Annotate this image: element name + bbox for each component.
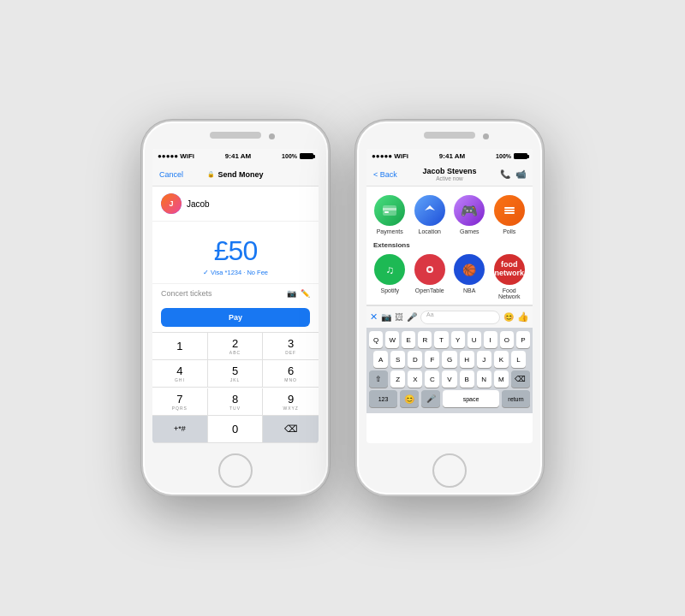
call-icons: 📞 📹: [500, 169, 526, 179]
key-i[interactable]: I: [484, 331, 497, 348]
opentable-svg: [424, 264, 436, 275]
like-toolbar-icon[interactable]: 👍: [517, 311, 529, 323]
key-b[interactable]: B: [460, 370, 474, 388]
key-p[interactable]: P: [516, 331, 530, 348]
app-spotify[interactable]: ♫ Spotify: [373, 254, 407, 299]
key-4[interactable]: 4 GHI: [152, 360, 208, 388]
amount-visa-text: ✓ Visa *1234 · No Fee: [203, 269, 268, 276]
key-t[interactable]: T: [434, 331, 448, 348]
edit-note-icon: ✏️: [301, 289, 310, 298]
location-svg: [423, 204, 437, 217]
key-e[interactable]: E: [402, 331, 415, 348]
key-m[interactable]: M: [494, 370, 509, 388]
key-2[interactable]: 2 ABC: [208, 333, 264, 360]
main-apps-row: Payments Location 🎮 Games: [373, 195, 526, 234]
phones-container: ●●●●● WiFi 9:41 AM 100% Cancel 🔒 Send Mo…: [141, 120, 544, 496]
key-h[interactable]: H: [460, 351, 474, 368]
app-nba[interactable]: 🏀 NBA: [453, 254, 486, 299]
close-x-icon[interactable]: ✕: [370, 311, 378, 323]
phone-call-icon[interactable]: 📞: [500, 169, 510, 179]
key-8[interactable]: 8 TUV: [208, 388, 264, 416]
key-c[interactable]: C: [425, 370, 439, 388]
lock-icon: 🔒: [207, 171, 215, 178]
key-9[interactable]: 9 WXYZ: [263, 388, 319, 416]
camera-dot-2: [483, 133, 489, 139]
key-s[interactable]: S: [390, 351, 405, 368]
app-payments[interactable]: Payments: [373, 195, 407, 234]
key-emoji[interactable]: 😊: [400, 390, 419, 407]
svg-rect-4: [504, 210, 515, 211]
key-kb-backspace[interactable]: ⌫: [511, 370, 530, 388]
key-symbols[interactable]: +*#: [152, 416, 208, 443]
battery-icon-1: [300, 153, 313, 159]
status-right-1: 100%: [282, 153, 313, 159]
camera-note-icon: 📷: [287, 289, 296, 298]
location-label: Location: [419, 228, 441, 234]
key-o[interactable]: O: [500, 331, 514, 348]
keyboard: Q W E R T Y U I O P A S D F G H: [366, 328, 533, 413]
location-icon: [414, 195, 445, 226]
key-return[interactable]: return: [502, 390, 530, 407]
cancel-button[interactable]: Cancel: [159, 170, 183, 179]
user-name: Jacob: [187, 199, 210, 209]
key-0[interactable]: 0: [208, 416, 264, 443]
battery-label-1: 100%: [282, 153, 297, 159]
key-q[interactable]: Q: [369, 331, 383, 348]
key-123[interactable]: 123: [369, 390, 397, 407]
key-d[interactable]: D: [408, 351, 422, 368]
signal-dots-2: ●●●●●: [372, 152, 392, 160]
battery-label-2: 100%: [496, 153, 511, 159]
app-opentable[interactable]: OpenTable: [414, 254, 447, 299]
numpad: 1 2 ABC 3 DEF 4 GHI 5: [152, 332, 319, 443]
key-g[interactable]: G: [442, 351, 456, 368]
key-l[interactable]: L: [511, 351, 526, 368]
emoji-toolbar-icon[interactable]: 😊: [503, 312, 514, 322]
key-5[interactable]: 5 JKL: [208, 360, 264, 388]
key-j[interactable]: J: [477, 351, 491, 368]
key-w[interactable]: W: [385, 331, 399, 348]
image-toolbar-icon[interactable]: 🖼: [395, 312, 403, 322]
key-z[interactable]: Z: [390, 370, 405, 388]
key-v[interactable]: V: [442, 370, 456, 388]
camera-toolbar-icon[interactable]: 📷: [381, 312, 391, 322]
note-icons: 📷 ✏️: [287, 289, 310, 298]
key-r[interactable]: R: [418, 331, 432, 348]
video-call-icon[interactable]: 📹: [515, 169, 526, 179]
key-7[interactable]: 7 PQRS: [152, 388, 208, 416]
app-polls[interactable]: Polls: [493, 195, 527, 234]
key-k[interactable]: K: [494, 351, 509, 368]
status-left-1: ●●●●● WiFi: [158, 152, 194, 160]
nav-title-send-money: 🔒 Send Money: [207, 170, 263, 179]
send-money-title: Send Money: [217, 170, 263, 179]
pay-button[interactable]: Pay: [161, 308, 310, 327]
key-3[interactable]: 3 DEF: [263, 333, 319, 360]
phone-send-money: ●●●●● WiFi 9:41 AM 100% Cancel 🔒 Send Mo…: [141, 120, 330, 496]
signal-dots-1: ●●●●●: [158, 152, 178, 160]
key-a[interactable]: A: [373, 351, 388, 368]
key-f[interactable]: F: [425, 351, 439, 368]
message-input[interactable]: Aa: [420, 311, 500, 324]
avatar-image: J: [161, 193, 182, 214]
key-backspace[interactable]: ⌫: [263, 416, 319, 443]
user-row: J Jacob: [152, 187, 319, 222]
contact-name: Jacob Stevens: [422, 167, 476, 175]
key-x[interactable]: X: [408, 370, 422, 388]
key-dictation[interactable]: 🎤: [421, 390, 440, 407]
key-6[interactable]: 6 MNO: [263, 360, 319, 388]
nav-bar-send-money: Cancel 🔒 Send Money: [152, 163, 319, 187]
opentable-icon: [414, 254, 445, 285]
key-n[interactable]: N: [477, 370, 491, 388]
battery-icon-2: [514, 153, 527, 159]
key-u[interactable]: U: [468, 331, 481, 348]
key-1[interactable]: 1: [152, 333, 208, 360]
app-games[interactable]: 🎮 Games: [453, 195, 486, 234]
payments-label: Payments: [377, 228, 403, 234]
note-placeholder: Concert tickets: [161, 289, 212, 298]
back-button[interactable]: < Back: [373, 170, 397, 179]
app-location[interactable]: Location: [414, 195, 447, 234]
key-y[interactable]: Y: [451, 331, 465, 348]
key-shift[interactable]: ⇧: [369, 370, 388, 388]
mic-toolbar-icon[interactable]: 🎤: [407, 312, 417, 322]
key-space[interactable]: space: [443, 390, 499, 407]
app-food-network[interactable]: food network FoodNetwork: [493, 254, 527, 299]
